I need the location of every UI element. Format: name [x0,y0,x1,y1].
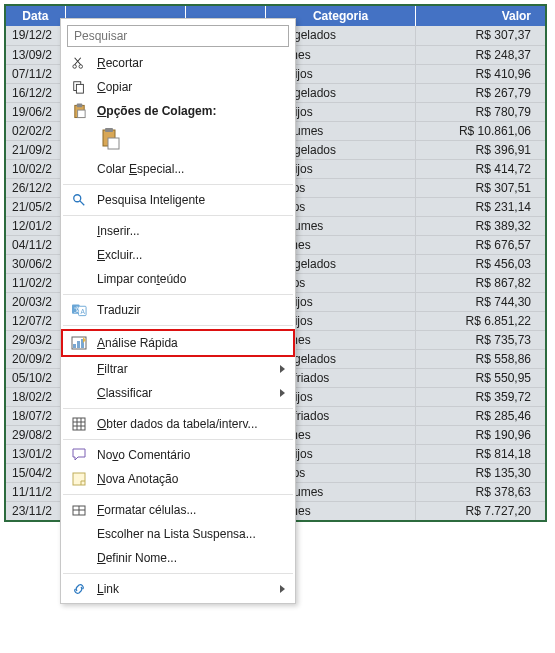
menu-delete[interactable]: Excluir... [61,243,295,267]
cell-date[interactable]: 15/04/2 [5,463,65,482]
menu-quick-analysis[interactable]: Análise Rápida [61,329,295,357]
menu-label: Nova Anotação [97,472,285,486]
menu-pick-from-list[interactable]: Escolher na Lista Suspensa... [61,522,295,546]
cell-date[interactable]: 26/12/2 [5,178,65,197]
cell-valor[interactable]: R$ 780,79 [416,102,546,121]
menu-smart-lookup[interactable]: Pesquisa Inteligente [61,188,295,212]
svg-line-11 [80,201,84,205]
comment-icon [69,446,89,464]
menu-label: Limpar conteúdo [97,272,285,286]
menu-separator [63,215,293,216]
menu-paste-options-header: Opções de Colagem: [61,99,295,123]
cell-valor[interactable]: R$ 307,37 [416,26,546,45]
cell-valor[interactable]: R$ 307,51 [416,178,546,197]
cell-valor[interactable]: R$ 550,95 [416,368,546,387]
cell-date[interactable]: 30/06/2 [5,254,65,273]
cell-date[interactable]: 16/12/2 [5,83,65,102]
search-input[interactable] [67,25,289,47]
cell-date[interactable]: 29/03/2 [5,330,65,349]
paste-default-button[interactable] [97,125,125,153]
menu-separator [63,573,293,574]
menu-label: Análise Rápida [97,336,285,350]
link-icon [69,580,89,598]
header-date[interactable]: Data [5,5,65,26]
cell-valor[interactable]: R$ 414,72 [416,159,546,178]
cell-date[interactable]: 29/08/2 [5,425,65,444]
cell-date[interactable]: 21/05/2 [5,197,65,216]
format-cells-icon [69,501,89,519]
cell-date[interactable]: 10/02/2 [5,159,65,178]
cell-valor[interactable]: R$ 867,82 [416,273,546,292]
cell-date[interactable]: 07/11/2 [5,64,65,83]
cell-date[interactable]: 12/01/2 [5,216,65,235]
menu-label: Definir Nome... [97,551,285,565]
cell-date[interactable]: 19/06/2 [5,102,65,121]
header-valor[interactable]: Valor [416,5,546,26]
menu-get-data-from-table[interactable]: Obter dados da tabela/interv... [61,412,295,436]
scissors-icon [69,54,89,72]
menu-separator [63,408,293,409]
cell-valor[interactable]: R$ 814,18 [416,444,546,463]
svg-text:A: A [80,308,85,315]
menu-new-comment[interactable]: Novo Comentário [61,443,295,467]
menu-new-note[interactable]: Nova Anotação [61,467,295,491]
cell-valor[interactable]: R$ 267,79 [416,83,546,102]
menu-filter[interactable]: Filtrar [61,357,295,381]
cell-date[interactable]: 13/09/2 [5,45,65,64]
menu-define-name[interactable]: Definir Nome... [61,546,295,570]
cell-valor[interactable]: R$ 7.727,20 [416,501,546,521]
menu-label: Inserir... [97,224,285,238]
menu-label: Classificar [97,386,285,400]
cell-date[interactable]: 18/07/2 [5,406,65,425]
menu-format-cells[interactable]: Formatar células... [61,498,295,522]
cell-date[interactable]: 11/11/2 [5,482,65,501]
cell-valor[interactable]: R$ 231,14 [416,197,546,216]
cell-valor[interactable]: R$ 359,72 [416,387,546,406]
cell-date[interactable]: 05/10/2 [5,368,65,387]
menu-label: Copiar [97,80,285,94]
cell-valor[interactable]: R$ 190,96 [416,425,546,444]
cell-date[interactable]: 11/02/2 [5,273,65,292]
cell-date[interactable]: 13/01/2 [5,444,65,463]
cell-date[interactable]: 18/02/2 [5,387,65,406]
menu-label: Obter dados da tabela/interv... [97,417,285,431]
menu-label: Colar Especial... [97,162,285,176]
cell-valor[interactable]: R$ 285,46 [416,406,546,425]
svg-rect-6 [77,110,85,118]
menu-sort[interactable]: Classificar [61,381,295,405]
menu-label: Link [97,582,285,596]
menu-translate[interactable]: 文A Traduzir [61,298,295,322]
cell-date[interactable]: 21/09/2 [5,140,65,159]
submenu-arrow-icon [280,585,285,593]
cell-date[interactable]: 19/12/2 [5,26,65,45]
cell-valor[interactable]: R$ 735,73 [416,330,546,349]
menu-cut[interactable]: Recortar [61,51,295,75]
cell-valor[interactable]: R$ 389,32 [416,216,546,235]
svg-point-1 [79,65,83,69]
cell-date[interactable]: 20/03/2 [5,292,65,311]
cell-valor[interactable]: R$ 10.861,06 [416,121,546,140]
cell-date[interactable]: 20/09/2 [5,349,65,368]
cell-valor[interactable]: R$ 378,63 [416,482,546,501]
svg-point-10 [74,195,81,202]
table-icon [69,415,89,433]
menu-clear-contents[interactable]: Limpar conteúdo [61,267,295,291]
cell-valor[interactable]: R$ 6.851,22 [416,311,546,330]
cell-valor[interactable]: R$ 456,03 [416,254,546,273]
cell-valor[interactable]: R$ 676,57 [416,235,546,254]
cell-date[interactable]: 04/11/2 [5,235,65,254]
cell-valor[interactable]: R$ 135,30 [416,463,546,482]
menu-label: Traduzir [97,303,285,317]
cell-valor[interactable]: R$ 744,30 [416,292,546,311]
menu-copy[interactable]: Copiar [61,75,295,99]
cell-valor[interactable]: R$ 410,96 [416,64,546,83]
cell-valor[interactable]: R$ 248,37 [416,45,546,64]
cell-valor[interactable]: R$ 396,91 [416,140,546,159]
menu-paste-special[interactable]: Colar Especial... [61,157,295,181]
cell-date[interactable]: 23/11/2 [5,501,65,521]
menu-insert[interactable]: Inserir... [61,219,295,243]
cell-valor[interactable]: R$ 558,86 [416,349,546,368]
cell-date[interactable]: 12/07/2 [5,311,65,330]
cell-date[interactable]: 02/02/2 [5,121,65,140]
menu-link[interactable]: Link [61,577,295,601]
